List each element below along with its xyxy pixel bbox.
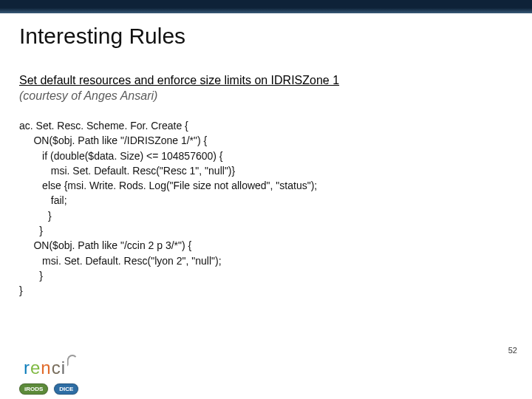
slide: Interesting Rules Set default resources … (0, 0, 532, 399)
renci-arc-icon (67, 355, 78, 366)
irods-badge: iRODS (19, 383, 48, 395)
page-number: 52 (508, 346, 517, 355)
rule-code-block: ac. Set. Resc. Scheme. For. Create { ON(… (19, 118, 317, 299)
courtesy-note: (courtesy of Anges Ansari) (19, 89, 157, 103)
footer-logo: renci (24, 358, 78, 378)
dice-badge: DICE (54, 383, 78, 395)
rule-subheading: Set default resources and enforce size l… (19, 74, 339, 87)
renci-logo: renci (24, 358, 78, 378)
slide-title: Interesting Rules (19, 24, 185, 49)
top-accent-bar (0, 0, 532, 13)
footer-badges: iRODS DICE (19, 383, 78, 395)
